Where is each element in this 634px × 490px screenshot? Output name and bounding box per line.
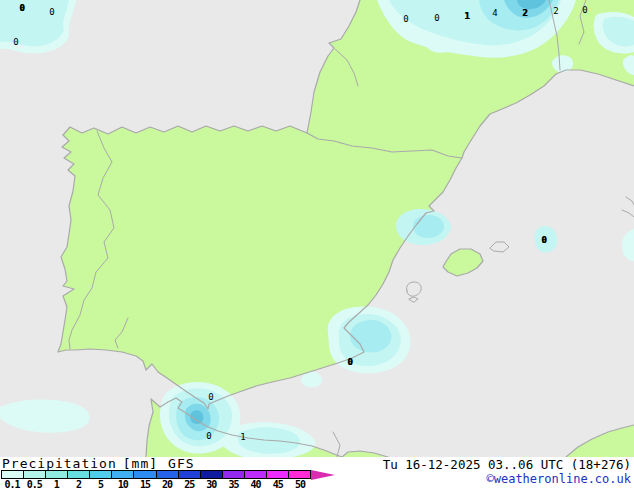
map-canvas — [0, 0, 634, 457]
weather-map-screen: 000001422000001 Precipitation[mm]GFS 0.1… — [0, 0, 634, 490]
legend-tick-label: 1 — [45, 479, 67, 490]
legend-scale-segment-1 — [46, 471, 68, 478]
legend-tick-label: 50 — [289, 479, 311, 490]
legend-tick-label: 2 — [67, 479, 89, 490]
legend-title-model: GFS — [168, 456, 194, 471]
legend-tick-label: 5 — [90, 479, 112, 490]
copyright-link[interactable]: ©weatheronline.co.uk — [487, 472, 632, 486]
legend-tick-label: 10 — [112, 479, 134, 490]
legend-title: Precipitation[mm]GFS — [2, 456, 195, 471]
legend-colorbar — [1, 470, 311, 479]
legend-scale-segment-30 — [201, 471, 223, 478]
legend-tick-label: 30 — [200, 479, 222, 490]
precip-patch — [413, 215, 444, 238]
legend-tick-labels: 0.10.5125101520253035404550 — [1, 479, 311, 490]
legend-arrow-icon — [311, 469, 337, 481]
legend-tick-label: 35 — [222, 479, 244, 490]
legend-scale-segment-10 — [112, 471, 134, 478]
legend-title-unit: [mm] — [123, 456, 158, 471]
forecast-datetime: Tu 16-12-2025 03..06 UTC (18+276) — [383, 457, 631, 472]
legend-title-name: Precipitation — [2, 456, 117, 471]
legend-scale-segment-2 — [68, 471, 90, 478]
legend-scale-segment-50 — [289, 471, 310, 478]
legend-area: Precipitation[mm]GFS 0.10.51251015202530… — [0, 457, 634, 490]
legend-scale-segment-0.5 — [24, 471, 46, 478]
legend-scale-segment-45 — [267, 471, 289, 478]
legend-tick-label: 25 — [178, 479, 200, 490]
precipitation-map: 000001422000001 — [0, 0, 634, 457]
precip-patch — [350, 320, 391, 352]
legend-tick-label: 0.1 — [1, 479, 23, 490]
legend-scale-segment-5 — [90, 471, 112, 478]
legend-scale-segment-35 — [223, 471, 245, 478]
legend-tick-label: 0.5 — [23, 479, 45, 490]
legend-tick-label: 20 — [156, 479, 178, 490]
legend-tick-label: 40 — [245, 479, 267, 490]
legend-scale-segment-15 — [134, 471, 156, 478]
legend-scale-segment-20 — [157, 471, 179, 478]
legend-tick-label: 45 — [267, 479, 289, 490]
legend-scale-segment-40 — [245, 471, 267, 478]
legend-tick-label: 15 — [134, 479, 156, 490]
precip-patch — [426, 36, 455, 52]
legend-scale-segment-25 — [179, 471, 201, 478]
legend-scale-segment-0.1 — [2, 471, 24, 478]
